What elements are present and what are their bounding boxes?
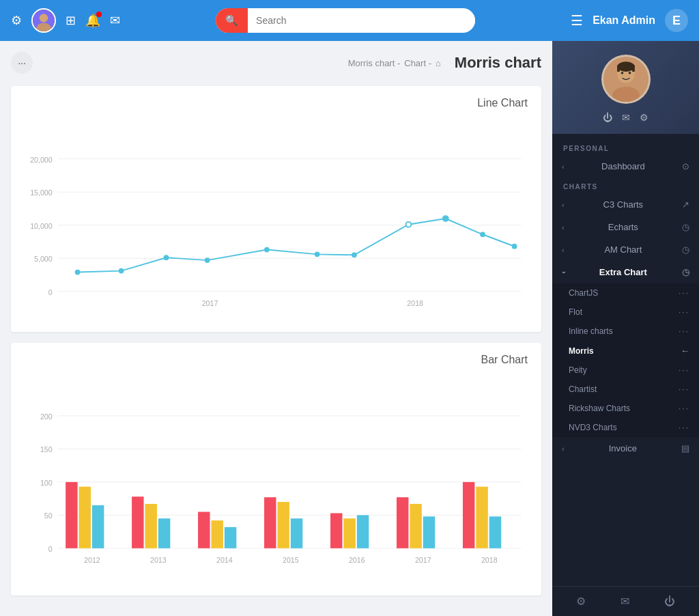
svg-point-16	[119, 268, 124, 274]
svg-text:2017: 2017	[415, 556, 431, 564]
dots-icon: ···	[679, 423, 689, 432]
breadcrumb-bar: ··· Morris chart - Chart - ⌂ Morris char…	[11, 48, 541, 78]
svg-rect-52	[264, 497, 276, 548]
morris-label: Morris	[569, 346, 594, 356]
header-right: ☰ Ekan Admin E	[571, 9, 688, 32]
svg-text:2017: 2017	[202, 299, 218, 307]
amchart-icon: ◷	[682, 244, 689, 255]
svg-rect-60	[423, 516, 435, 548]
header: ⚙ ⊞ 🔔 ✉ 🔍 ☰ Ekan Admin E	[0, 0, 699, 41]
sidebar-item-chartist[interactable]: Chartist ···	[552, 380, 699, 399]
dots-icon: ···	[679, 384, 689, 394]
search-button[interactable]: 🔍	[216, 8, 248, 33]
rickshaw-label: Rickshaw Charts	[569, 404, 630, 413]
profile-mail-icon[interactable]: ✉	[622, 112, 630, 123]
avatar[interactable]	[31, 8, 56, 33]
sidebar-item-invoice[interactable]: ‹ Invoice ▤	[552, 437, 699, 460]
svg-rect-49	[198, 512, 210, 548]
sidebar-item-rickshaw[interactable]: Rickshaw Charts ···	[552, 399, 699, 418]
inline-label: Inline charts	[569, 326, 613, 336]
chevron-icon: ‹	[562, 445, 565, 453]
search-input[interactable]	[248, 15, 475, 26]
notification-badge	[96, 12, 102, 17]
svg-rect-58	[397, 497, 408, 548]
svg-rect-43	[66, 482, 77, 548]
sidebar-item-amchart[interactable]: ‹ AM Chart ◷	[552, 238, 699, 261]
extrachart-icon: ◷	[682, 267, 689, 277]
profile-power-icon[interactable]: ⏻	[603, 112, 612, 123]
settings-bottom-icon[interactable]: ⚙	[576, 595, 586, 608]
dots-button[interactable]: ···	[11, 52, 33, 74]
chartjs-label: ChartJS	[569, 288, 598, 298]
charts-label: CHARTS	[552, 178, 699, 193]
svg-point-24	[480, 232, 485, 237]
sidebar-item-peity[interactable]: Peity ···	[552, 361, 699, 380]
svg-text:15,000: 15,000	[30, 188, 53, 197]
sidebar-bottom: ⚙ ✉ ⏻	[552, 586, 699, 616]
bar-chart-card: Bar Chart 0 50 100 150 200 2012	[11, 343, 541, 596]
calendar-icon-wrap[interactable]: ⊞	[66, 13, 76, 28]
user-name: Ekan Admin	[593, 14, 655, 27]
calendar-icon: ⊞	[66, 14, 76, 27]
sidebar-item-inline[interactable]: Inline charts ···	[552, 322, 699, 341]
chevron-icon: ‹	[562, 223, 565, 232]
search-container: 🔍	[120, 8, 571, 33]
sidebar-item-extrachart[interactable]: ‹ Extra Chart ◷	[552, 261, 699, 283]
home-icon[interactable]: ⌂	[436, 58, 441, 68]
svg-text:150: 150	[40, 445, 53, 453]
dots-icon: ···	[679, 365, 689, 375]
nvd3-label: NVD3 Charts	[569, 423, 617, 432]
mail-icon[interactable]: ✉	[110, 13, 120, 28]
svg-rect-62	[476, 487, 487, 548]
sidebar-item-flot[interactable]: Flot ···	[552, 303, 699, 322]
dashboard-label: Dashboard	[601, 161, 645, 171]
svg-rect-50	[211, 520, 223, 548]
svg-point-18	[205, 257, 210, 263]
sidebar-item-nvd3[interactable]: NVD3 Charts ···	[552, 418, 699, 437]
extra-chart-sub-items: ChartJS ··· Flot ··· Inline charts ··· M…	[552, 283, 699, 437]
menu-icon[interactable]: ☰	[571, 12, 583, 29]
svg-text:2012: 2012	[84, 556, 100, 564]
right-sidebar: ⏻ ✉ ⚙ PERSONAL ‹ Dashboard ⊙ CHARTS ‹ C3…	[552, 41, 699, 616]
power-bottom-icon[interactable]: ⏻	[664, 596, 675, 608]
svg-point-23	[442, 215, 449, 222]
profile-settings-icon[interactable]: ⚙	[640, 112, 648, 123]
sidebar-item-morris[interactable]: Morris ←	[552, 341, 699, 361]
svg-text:100: 100	[40, 479, 53, 487]
profile-section: ⏻ ✉ ⚙	[552, 41, 699, 134]
svg-text:5,000: 5,000	[34, 255, 53, 263]
svg-rect-71	[632, 66, 635, 72]
svg-rect-44	[79, 487, 91, 548]
app-logo[interactable]: E	[665, 9, 688, 32]
svg-text:200: 200	[40, 412, 53, 421]
dashboard-icon: ⊙	[682, 161, 689, 171]
dots-icon: ···	[679, 288, 689, 298]
svg-point-22	[406, 222, 412, 227]
sidebar-item-c3charts[interactable]: ‹ C3 Charts ↗	[552, 193, 699, 216]
profile-actions: ⏻ ✉ ⚙	[603, 112, 648, 123]
mail-bottom-icon[interactable]: ✉	[620, 595, 629, 608]
svg-rect-56	[343, 518, 355, 548]
chevron-icon: ‹	[562, 201, 565, 209]
svg-text:0: 0	[48, 545, 53, 553]
bell-icon-wrap[interactable]: 🔔	[85, 13, 100, 28]
flot-label: Flot	[569, 307, 582, 317]
svg-rect-47	[145, 504, 156, 548]
sidebar-item-echarts[interactable]: ‹ Echarts ◷	[552, 216, 699, 238]
bar-chart-svg: 0 50 100 150 200 2012 2013 2014 2015	[25, 373, 528, 585]
arrow-right-icon: ←	[681, 346, 689, 356]
svg-point-67	[620, 72, 623, 74]
chartist-label: Chartist	[569, 384, 597, 394]
svg-point-1	[40, 14, 48, 22]
main-layout: ··· Morris chart - Chart - ⌂ Morris char…	[0, 41, 699, 616]
dots-icon: ···	[679, 326, 689, 336]
svg-text:2018: 2018	[481, 556, 498, 564]
bar-chart-area: 0 50 100 150 200 2012 2013 2014 2015	[25, 373, 528, 587]
svg-point-21	[352, 252, 357, 257]
sidebar-item-dashboard[interactable]: ‹ Dashboard ⊙	[552, 155, 699, 178]
line-chart-card: Line Chart 0 5,000 10,000 15,000 20,000	[11, 86, 541, 332]
settings-icon[interactable]: ⚙	[11, 13, 22, 28]
svg-rect-48	[158, 518, 170, 548]
sidebar-item-chartjs[interactable]: ChartJS ···	[552, 283, 699, 303]
svg-point-25	[512, 244, 517, 249]
